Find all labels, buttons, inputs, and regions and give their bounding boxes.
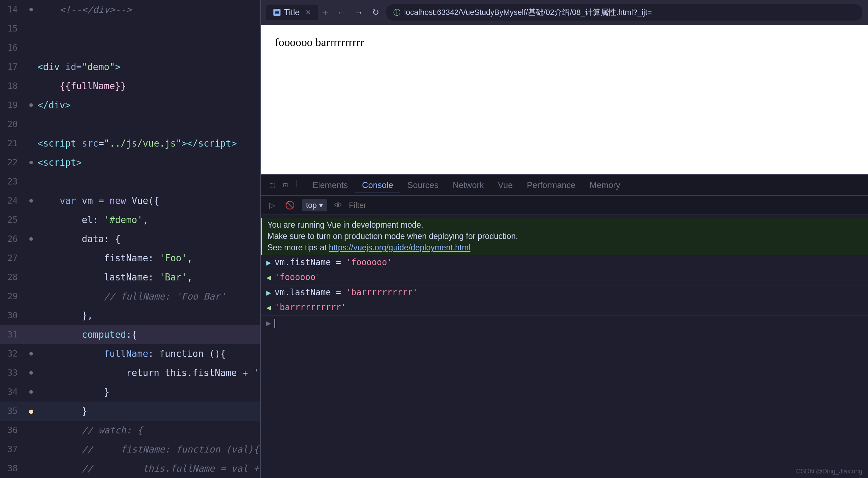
- console-info-text: You are running Vue in development mode.…: [267, 219, 518, 254]
- line-number: 21: [0, 134, 25, 153]
- code-line-23: 23: [0, 172, 260, 191]
- code-line-29: 29 // fullName: 'Foo Bar': [0, 287, 260, 306]
- browser-chrome: W Title ✕ ＋ ← → ↻ ⓘ localhost:63342/VueS…: [261, 0, 868, 25]
- devtools-icons: ⬚ ⊡ |: [266, 178, 300, 192]
- line-number: 38: [0, 459, 25, 478]
- tab-close-icon[interactable]: ✕: [305, 8, 311, 17]
- code-line-14: 14 <!--</div>-->: [0, 0, 260, 19]
- filter-input[interactable]: [349, 201, 862, 210]
- devtools-tab-list: ElementsConsoleSourcesNetworkVuePerforma…: [306, 180, 627, 190]
- line-number: 33: [0, 363, 25, 382]
- code-line-16: 16: [0, 38, 260, 57]
- line-number: 19: [0, 96, 25, 115]
- line-number: 34: [0, 382, 25, 402]
- code-line-34: 34 }: [0, 382, 260, 402]
- line-number: 27: [0, 249, 25, 268]
- tab-area: W Title ✕ ＋: [266, 5, 330, 20]
- code-line-15: 15: [0, 19, 260, 38]
- line-number: 14: [0, 0, 25, 19]
- line-content: var vm = new Vue({: [37, 191, 260, 210]
- devtools-tab-console[interactable]: Console: [355, 177, 400, 193]
- gutter-pin-icon: [29, 371, 33, 375]
- back-button[interactable]: ←: [334, 6, 348, 19]
- browser-panel: W Title ✕ ＋ ← → ↻ ⓘ localhost:63342/VueS…: [260, 0, 868, 478]
- code-line-21: 21<script src="../js/vue.js"></script>: [0, 134, 260, 153]
- arrow-left-icon: ◀: [266, 272, 271, 283]
- line-gutter: [25, 161, 37, 164]
- console-cursor: [274, 319, 275, 328]
- tab-title: Title: [284, 7, 300, 17]
- code-line-31: 31 computed:{: [0, 325, 260, 344]
- separator: |: [294, 178, 299, 192]
- line-content: // watch: {: [37, 421, 260, 440]
- line-content: }: [37, 402, 260, 421]
- line-content: }: [37, 382, 260, 402]
- console-run-button[interactable]: ▷: [266, 199, 278, 211]
- line-content: computed:{: [37, 325, 260, 344]
- line-number: 22: [0, 153, 25, 172]
- address-text: localhost:63342/VueStudyByMyself/基础/02介绍…: [404, 7, 652, 18]
- vue-deployment-link[interactable]: https://vuejs.org/guide/deployment.html: [329, 243, 470, 252]
- code-line-24: 24 var vm = new Vue({: [0, 191, 260, 210]
- page-rendered-content: foooooo barrrrrrrrrr: [275, 36, 854, 49]
- code-line-17: 17<div id="demo">: [0, 57, 260, 76]
- line-number: 25: [0, 210, 25, 229]
- console-out-1: 'foooooo': [274, 272, 320, 284]
- console-clear-button[interactable]: 🚫: [282, 199, 297, 211]
- gutter-pin-icon: [29, 352, 33, 355]
- line-number: 32: [0, 344, 25, 363]
- line-number: 17: [0, 57, 25, 76]
- console-row-1: ▶ vm.fistName = 'foooooo': [261, 255, 868, 271]
- line-content: el: '#demo',: [37, 210, 260, 229]
- inspect-icon[interactable]: ⬚: [266, 178, 278, 192]
- devtools-tab-network[interactable]: Network: [446, 177, 491, 193]
- console-row-2: ◀ 'foooooo': [261, 270, 868, 285]
- line-number: 20: [0, 115, 25, 134]
- forward-button[interactable]: →: [352, 6, 366, 19]
- gutter-pin-icon: [29, 161, 33, 164]
- arrow-right-icon-2: ▶: [266, 288, 271, 298]
- line-content: },: [37, 306, 260, 325]
- line-content: <script src="../js/vue.js"></script>: [37, 134, 260, 153]
- code-line-38: 38 // this.fullName = val + ' ' + this.l…: [0, 459, 260, 478]
- eye-icon[interactable]: 👁: [331, 199, 345, 211]
- devtools-tab-sources[interactable]: Sources: [400, 177, 446, 193]
- devtools-tab-vue[interactable]: Vue: [491, 177, 520, 193]
- line-number: 23: [0, 172, 25, 191]
- console-input-line[interactable]: ▶: [261, 315, 868, 331]
- line-content: fullName: function (){: [37, 344, 260, 363]
- nav-area: ← → ↻: [334, 6, 382, 19]
- console-cmd-2: vm.lastName = 'barrrrrrrrrr': [274, 287, 418, 299]
- line-number: 24: [0, 191, 25, 210]
- line-content: </div>: [37, 96, 260, 115]
- devtools-panel: ⬚ ⊡ | ElementsConsoleSourcesNetworkVuePe…: [261, 174, 868, 478]
- gutter-pin-icon: [29, 199, 33, 203]
- browser-viewport: foooooo barrrrrrrrrr: [261, 25, 868, 174]
- top-selector[interactable]: top ▾: [302, 199, 327, 211]
- code-line-26: 26 data: {: [0, 229, 260, 249]
- line-gutter: [25, 371, 37, 375]
- console-cmd-1: vm.fistName = 'foooooo': [274, 257, 392, 269]
- line-content: // fistName: function (val){: [37, 440, 260, 459]
- new-tab-icon[interactable]: ＋: [321, 7, 330, 18]
- console-out-2: 'barrrrrrrrrr': [274, 302, 346, 314]
- line-gutter: [25, 8, 37, 11]
- devtools-tab-elements[interactable]: Elements: [306, 177, 355, 193]
- code-line-19: 19</div>: [0, 96, 260, 115]
- console-info-message: You are running Vue in development mode.…: [261, 218, 868, 255]
- console-input-arrow: ▶: [266, 319, 271, 328]
- code-line-35: 35● }: [0, 402, 260, 421]
- line-number: 16: [0, 38, 25, 57]
- browser-tab[interactable]: W Title ✕: [266, 5, 318, 20]
- code-line-36: 36 // watch: {: [0, 421, 260, 440]
- devtools-tab-memory[interactable]: Memory: [583, 177, 627, 193]
- device-icon[interactable]: ⊡: [279, 178, 291, 192]
- line-number: 36: [0, 421, 25, 440]
- line-content: fistName: 'Foo',: [37, 249, 260, 268]
- refresh-button[interactable]: ↻: [369, 6, 382, 19]
- devtools-tab-performance[interactable]: Performance: [520, 177, 583, 193]
- top-label: top: [306, 201, 317, 210]
- address-bar[interactable]: ⓘ localhost:63342/VueStudyByMyself/基础/02…: [386, 4, 862, 21]
- dropdown-icon: ▾: [319, 201, 323, 210]
- console-row-4: ◀ 'barrrrrrrrrr': [261, 300, 868, 315]
